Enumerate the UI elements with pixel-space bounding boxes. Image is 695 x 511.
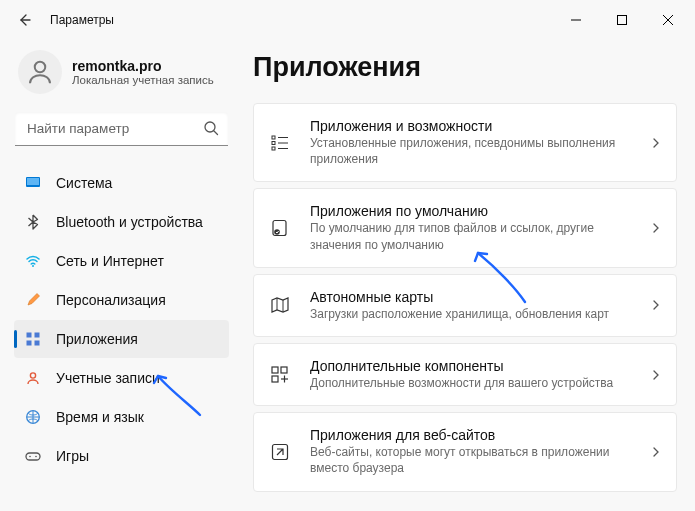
apps-icon: [24, 330, 42, 348]
bluetooth-icon: [24, 213, 42, 231]
svg-point-15: [30, 373, 35, 378]
svg-rect-11: [27, 333, 32, 338]
sidebar-item-label: Игры: [56, 448, 89, 464]
list-icon: [268, 133, 292, 153]
svg-point-19: [35, 456, 37, 458]
svg-point-18: [29, 456, 31, 458]
sidebar-item-label: Персонализация: [56, 292, 166, 308]
svg-rect-31: [281, 367, 287, 373]
nav-list: Система Bluetooth и устройства Сеть и Ин…: [14, 164, 229, 475]
svg-point-27: [274, 229, 280, 235]
sidebar-item-system[interactable]: Система: [14, 164, 229, 202]
account-block[interactable]: remontka.pro Локальная учетная запись: [14, 50, 229, 94]
sidebar-item-label: Время и язык: [56, 409, 144, 425]
chevron-right-icon: [650, 446, 662, 458]
page-title: Приложения: [253, 52, 677, 83]
svg-rect-2: [618, 16, 627, 25]
sidebar: remontka.pro Локальная учетная запись Си…: [0, 40, 235, 511]
sidebar-item-label: Система: [56, 175, 112, 191]
card-title: Приложения для веб-сайтов: [310, 427, 642, 443]
sidebar-item-label: Приложения: [56, 331, 138, 347]
default-apps-icon: [268, 218, 292, 238]
minimize-icon: [571, 15, 581, 25]
svg-rect-20: [272, 136, 275, 139]
chevron-right-icon: [650, 299, 662, 311]
websites-icon: [268, 442, 292, 462]
components-icon: [268, 365, 292, 385]
search-input[interactable]: [15, 112, 228, 146]
close-icon: [663, 15, 673, 25]
account-sub: Локальная учетная запись: [72, 74, 214, 86]
svg-point-5: [35, 62, 46, 73]
svg-point-10: [32, 265, 34, 267]
card-offline-maps[interactable]: Автономные карты Загрузки расположение х…: [253, 274, 677, 337]
minimize-button[interactable]: [553, 0, 599, 40]
main-content: Приложения Приложения и возможности Уста…: [235, 40, 695, 511]
paint-icon: [24, 291, 42, 309]
chevron-right-icon: [650, 369, 662, 381]
close-button[interactable]: [645, 0, 691, 40]
avatar: [18, 50, 62, 94]
person-icon: [25, 57, 55, 87]
maximize-icon: [617, 15, 627, 25]
card-sub: Дополнительные возможности для вашего ус…: [310, 375, 642, 391]
chevron-right-icon: [650, 137, 662, 149]
chevron-right-icon: [650, 222, 662, 234]
clock-globe-icon: [24, 408, 42, 426]
system-icon: [24, 174, 42, 192]
svg-rect-14: [35, 341, 40, 346]
arrow-left-icon: [16, 12, 32, 28]
back-button[interactable]: [4, 0, 44, 40]
search-wrap: [14, 112, 229, 146]
svg-rect-9: [27, 178, 39, 185]
sidebar-item-apps[interactable]: Приложения: [14, 320, 229, 358]
window-controls: [553, 0, 691, 40]
card-title: Автономные карты: [310, 289, 642, 305]
sidebar-item-time[interactable]: Время и язык: [14, 398, 229, 436]
gamepad-icon: [24, 447, 42, 465]
card-sub: Установленные приложения, псевдонимы вып…: [310, 135, 642, 167]
card-apps-for-websites[interactable]: Приложения для веб-сайтов Веб-сайты, кот…: [253, 412, 677, 491]
card-sub: По умолчанию для типов файлов и ссылок, …: [310, 220, 642, 252]
svg-rect-30: [272, 367, 278, 373]
card-title: Приложения по умолчанию: [310, 203, 642, 219]
svg-rect-24: [272, 147, 275, 150]
svg-rect-17: [26, 453, 40, 460]
sidebar-item-label: Учетные записи: [56, 370, 160, 386]
wifi-icon: [24, 252, 42, 270]
card-default-apps[interactable]: Приложения по умолчанию По умолчанию для…: [253, 188, 677, 267]
account-name: remontka.pro: [72, 58, 214, 74]
svg-rect-32: [272, 376, 278, 382]
card-sub: Загрузки расположение хранилища, обновле…: [310, 306, 642, 322]
sidebar-item-accounts[interactable]: Учетные записи: [14, 359, 229, 397]
svg-rect-22: [272, 141, 275, 144]
titlebar: Параметры: [0, 0, 695, 40]
sidebar-item-personalization[interactable]: Персонализация: [14, 281, 229, 319]
card-title: Дополнительные компоненты: [310, 358, 642, 374]
sidebar-item-label: Bluetooth и устройства: [56, 214, 203, 230]
window-title: Параметры: [50, 13, 114, 27]
card-apps-features[interactable]: Приложения и возможности Установленные п…: [253, 103, 677, 182]
sidebar-item-bluetooth[interactable]: Bluetooth и устройства: [14, 203, 229, 241]
map-icon: [268, 295, 292, 315]
svg-rect-12: [35, 333, 40, 338]
sidebar-item-label: Сеть и Интернет: [56, 253, 164, 269]
accounts-icon: [24, 369, 42, 387]
sidebar-item-network[interactable]: Сеть и Интернет: [14, 242, 229, 280]
maximize-button[interactable]: [599, 0, 645, 40]
card-optional-features[interactable]: Дополнительные компоненты Дополнительные…: [253, 343, 677, 406]
sidebar-item-gaming[interactable]: Игры: [14, 437, 229, 475]
card-sub: Веб-сайты, которые могут открываться в п…: [310, 444, 642, 476]
svg-rect-13: [27, 341, 32, 346]
card-title: Приложения и возможности: [310, 118, 642, 134]
